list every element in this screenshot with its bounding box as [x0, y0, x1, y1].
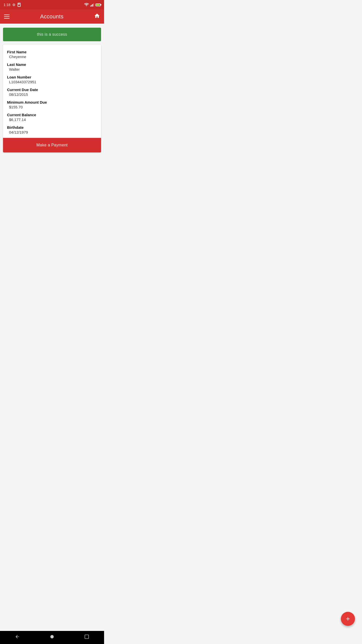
signal-icon [90, 3, 94, 7]
gear-icon [12, 3, 16, 7]
status-bar-right [84, 3, 101, 7]
success-banner: this is a success [3, 28, 101, 41]
status-time: 1:18 [4, 3, 10, 7]
wifi-icon [84, 3, 89, 7]
minimum-amount-due-label: Minimum Amount Due [7, 100, 97, 104]
loan-number-value: L103443372951 [9, 80, 97, 84]
main-content: this is a success First Name Cheyenne La… [0, 24, 104, 156]
current-due-date-label: Current Due Date [7, 88, 97, 92]
sim-icon [18, 3, 21, 7]
status-bar-left: 1:18 [4, 3, 21, 7]
battery-icon [96, 4, 101, 6]
success-message: this is a success [37, 32, 67, 36]
hamburger-menu-icon[interactable] [4, 15, 10, 19]
birthdate-value: 04/12/1979 [9, 130, 97, 134]
last-name-value: Walter [9, 67, 97, 71]
loan-number-label: Loan Number [7, 75, 97, 79]
app-bar: Accounts [0, 10, 104, 24]
current-balance-value: $6,177.14 [9, 117, 97, 122]
make-payment-button[interactable]: Make a Payment [3, 138, 101, 152]
first-name-value: Cheyenne [9, 55, 97, 59]
birthdate-label: Birthdate [7, 125, 97, 130]
current-balance-label: Current Balance [7, 113, 97, 117]
minimum-amount-due-value: $155.70 [9, 105, 97, 109]
status-bar: 1:18 [0, 0, 104, 10]
last-name-label: Last Name [7, 62, 97, 67]
first-name-label: First Name [7, 50, 97, 54]
account-card: First Name Cheyenne Last Name Walter Loa… [3, 45, 101, 152]
page-title: Accounts [40, 13, 64, 20]
current-due-date-value: 08/12/2015 [9, 92, 97, 97]
home-icon[interactable] [94, 13, 100, 20]
